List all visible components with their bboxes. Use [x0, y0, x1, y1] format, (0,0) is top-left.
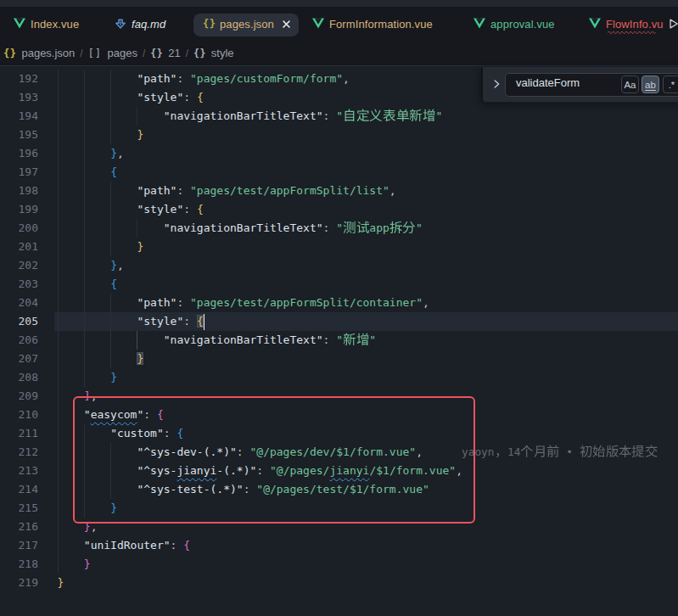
line-number: 210 [0, 406, 38, 424]
code-line-217[interactable]: 217 "uniIdRouter": { [0, 536, 678, 555]
code-line-199[interactable]: 199 "style": { [0, 200, 678, 219]
line-number: 199 [0, 200, 38, 219]
code-line-214[interactable]: 214 "^sys-test-(.*)": "@/pages/test/$1/f… [0, 480, 678, 499]
code-line-209[interactable]: 209 ], [0, 387, 678, 406]
code-line-208[interactable]: 208 } [0, 368, 678, 387]
breadcrumb-pages[interactable]: []pages [88, 47, 137, 59]
code-text: "navigationBarTitleText": "app" [58, 219, 423, 238]
tab-pages-json[interactable]: {}pages.json [203, 7, 291, 41]
close-icon[interactable] [282, 20, 291, 29]
match-case-button[interactable]: Aa [621, 76, 639, 93]
tab-forminformation-vue[interactable]: FormInformation.vue [312, 7, 433, 41]
tab-label: FormInformation.vue [329, 18, 433, 31]
tab-label: approval.vue [490, 18, 555, 31]
line-number: 201 [0, 238, 38, 256]
code-line-203[interactable]: 203 { [0, 275, 678, 294]
code-text: "path": "pages/test/appFormSplit/contain… [58, 294, 429, 312]
code-line-205[interactable]: 205 "style": { [0, 312, 678, 331]
code-text: "easycom": { [58, 406, 164, 424]
code-text: { [58, 275, 117, 294]
code-line-211[interactable]: 211 "custom": { [0, 424, 678, 443]
tab-index-vue[interactable]: Index.vue [14, 7, 79, 41]
code-text: "path": "pages/test/appFormSplit/list", [58, 182, 396, 200]
vue-icon [589, 18, 601, 30]
code-text: }, [58, 256, 124, 275]
tab-faq-md[interactable]: faq.md [115, 7, 165, 41]
code-text: { [58, 163, 117, 182]
line-number: 193 [0, 88, 38, 107]
code-text: }, [58, 518, 98, 536]
code-text: } [58, 238, 144, 256]
code-line-206[interactable]: 206 "navigationBarTitleText": "" [0, 331, 678, 350]
code-line-215[interactable]: 215 } [0, 499, 678, 518]
vue-icon [473, 18, 485, 30]
code-line-198[interactable]: 198 "path": "pages/test/appFormSplit/lis… [0, 182, 678, 200]
line-number: 194 [0, 107, 38, 126]
tab-flowinfo-vu[interactable]: FlowInfo.vu [589, 7, 664, 41]
line-number: 202 [0, 256, 38, 275]
find-expand-chevron-icon[interactable] [490, 78, 502, 90]
whole-word-button[interactable]: ab [642, 76, 659, 93]
breadcrumb-separator: / [80, 48, 82, 59]
code-line-201[interactable]: 201 } [0, 238, 678, 256]
vue-icon [14, 18, 25, 30]
run-button-icon[interactable] [668, 18, 678, 30]
symbol-object-icon: {} [150, 48, 163, 59]
code-line-210[interactable]: 210 "easycom": { [0, 406, 678, 424]
tab-approval-vue[interactable]: approval.vue [473, 7, 555, 41]
tab-label: Index.vue [31, 18, 79, 31]
find-widget: validateForm Aa ab .* [481, 67, 678, 103]
tab-label: pages.json [220, 18, 274, 31]
code-text: } [58, 368, 117, 387]
code-text: } [58, 350, 144, 368]
code-line-216[interactable]: 216 }, [0, 518, 678, 536]
line-number: 219 [0, 574, 38, 592]
find-query-text[interactable]: validateForm [516, 76, 580, 89]
code-line-202[interactable]: 202 }, [0, 256, 678, 275]
code-text: "navigationBarTitleText": "" [58, 331, 377, 350]
line-number: 208 [0, 368, 38, 387]
line-number: 215 [0, 499, 38, 518]
code-text: "navigationBarTitleText": "" [58, 107, 443, 126]
breadcrumb-separator: / [186, 48, 188, 59]
breadcrumb-21[interactable]: {}21 [150, 47, 180, 59]
code-line-218[interactable]: 218 } [0, 555, 678, 574]
code-text: "style": { [58, 88, 204, 107]
line-number: 214 [0, 480, 38, 499]
code-editor[interactable]: 192 "path": "pages/customForm/form",193 … [0, 67, 678, 616]
vue-icon [312, 18, 324, 30]
code-text: "uniIdRouter": { [58, 536, 191, 555]
code-line-194[interactable]: 194 "navigationBarTitleText": "" [0, 107, 678, 126]
code-line-200[interactable]: 200 "navigationBarTitleText": "app" [0, 219, 678, 238]
line-number: 213 [0, 462, 38, 480]
code-text: "style": { [58, 200, 204, 219]
line-number: 209 [0, 387, 38, 406]
symbol-array-icon: [] [88, 48, 103, 59]
regex-button[interactable]: .* [663, 76, 678, 93]
code-text: } [58, 555, 91, 574]
find-widget-sash[interactable] [481, 67, 483, 103]
symbol-object-icon: {} [193, 48, 206, 59]
tab-label: faq.md [132, 18, 165, 31]
code-line-204[interactable]: 204 "path": "pages/test/appFormSplit/con… [0, 294, 678, 312]
tab-label: FlowInfo.vu [606, 18, 664, 31]
code-line-195[interactable]: 195 } [0, 126, 678, 144]
tab-error-squiggle [602, 31, 657, 35]
window-title-strip [0, 0, 678, 7]
code-line-197[interactable]: 197 { [0, 163, 678, 182]
breadcrumb-style[interactable]: {}style [193, 47, 234, 59]
text-cursor [204, 314, 205, 330]
line-number: 204 [0, 294, 38, 312]
code-line-219[interactable]: 219} [0, 574, 678, 592]
line-number: 206 [0, 331, 38, 350]
code-line-196[interactable]: 196 }, [0, 144, 678, 163]
code-text: } [58, 574, 64, 592]
code-line-207[interactable]: 207 } [0, 350, 678, 368]
line-number: 217 [0, 536, 38, 555]
line-number: 205 [0, 312, 38, 331]
code-line-213[interactable]: 213 "^sys-jianyi-(.*)": "@/pages/jianyi/… [0, 462, 678, 480]
line-number: 192 [0, 70, 38, 88]
code-text: ], [58, 387, 98, 406]
line-number: 196 [0, 144, 38, 163]
breadcrumb-pages-json[interactable]: {}pages.json [3, 47, 75, 59]
